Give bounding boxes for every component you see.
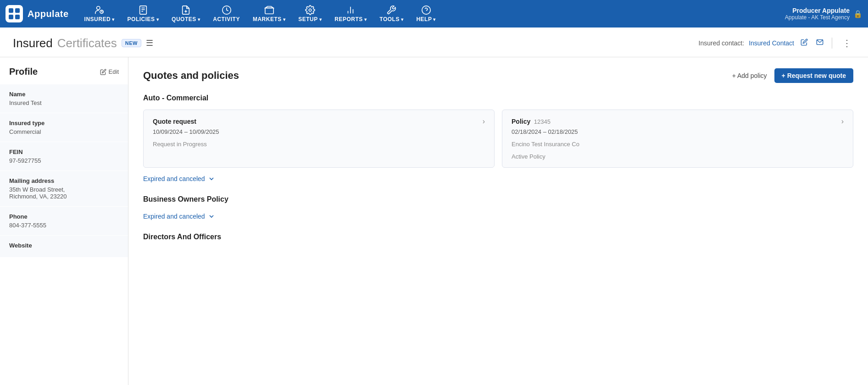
profile-field-website: Website xyxy=(0,236,128,257)
nav-item-markets[interactable]: MARKETS ▾ xyxy=(246,0,292,28)
svg-rect-2 xyxy=(9,15,13,19)
profile-sidebar: Profile Edit Name Insured Test Insured t… xyxy=(0,57,128,385)
quote-card-chevron-icon: › xyxy=(483,117,485,126)
nav-item-reports[interactable]: REPORTS ▾ xyxy=(328,0,373,28)
svg-point-14 xyxy=(309,9,312,11)
profile-field-name: Name Insured Test xyxy=(0,84,128,113)
nav-item-help[interactable]: HELP ▾ xyxy=(410,0,442,28)
lock-icon: 🔒 xyxy=(853,10,862,18)
new-badge: NEW xyxy=(122,39,141,47)
user-info: Producer Appulate Appulate - AK Test Age… xyxy=(785,7,850,21)
markets-chevron: ▾ xyxy=(283,17,286,22)
nav-item-policies[interactable]: POLICIES ▾ xyxy=(121,0,166,28)
help-chevron: ▾ xyxy=(433,17,436,22)
profile-field-phone: Phone 804-377-5555 xyxy=(0,207,128,235)
svg-rect-1 xyxy=(15,8,20,13)
edit-contact-icon-button[interactable] xyxy=(799,37,810,50)
svg-point-18 xyxy=(422,6,430,14)
main-layout: Profile Edit Name Insured Test Insured t… xyxy=(0,57,868,385)
cards-row-auto-commercial: Quote request › 10/09/2024 – 10/09/2025 … xyxy=(143,110,853,168)
svg-rect-3 xyxy=(15,15,20,19)
quote-request-card[interactable]: Quote request › 10/09/2024 – 10/09/2025 … xyxy=(143,110,495,168)
profile-field-fein: FEIN 97-5927755 xyxy=(0,142,128,170)
content-title: Quotes and policies xyxy=(143,70,239,82)
quotes-chevron: ▾ xyxy=(198,17,200,22)
insured-contact-label: Insured contact: xyxy=(699,39,745,47)
header-divider xyxy=(832,38,832,49)
policy-card-chevron-icon: › xyxy=(841,117,844,126)
logo-icon xyxy=(6,5,23,22)
expired-toggle-auto-commercial[interactable]: Expired and canceled xyxy=(143,173,215,184)
profile-field-insured-type: Insured type Commercial xyxy=(0,113,128,142)
add-policy-button[interactable]: + Add policy xyxy=(732,72,767,79)
expired-toggle-business-owners[interactable]: Expired and canceled xyxy=(143,211,215,222)
expired-row-business-owners: Expired and canceled xyxy=(143,211,853,222)
setup-chevron: ▾ xyxy=(319,17,322,22)
policy-section-auto-commercial: Auto - Commercial Quote request › 10/09/… xyxy=(143,94,853,184)
top-navigation: Appulate INSURED ▾ POLICIES ▾ xyxy=(0,0,868,28)
content-actions: + Add policy + Request new quote xyxy=(732,68,853,83)
nav-item-tools[interactable]: TOOLS ▾ xyxy=(373,0,410,28)
page-title-insured: Insured xyxy=(13,36,53,50)
tools-chevron: ▾ xyxy=(401,17,404,22)
email-contact-icon-button[interactable] xyxy=(814,37,825,50)
nav-item-quotes[interactable]: QUOTES ▾ xyxy=(165,0,206,28)
policy-card-12345[interactable]: Policy 12345 › 02/18/2024 – 02/18/2025 E… xyxy=(502,110,853,168)
app-name: Appulate xyxy=(28,9,69,19)
page-title-area: Insured Certificates NEW ☰ xyxy=(13,36,153,50)
insured-contact-link[interactable]: Insured Contact xyxy=(749,39,794,47)
page-header: Insured Certificates NEW ☰ Insured conta… xyxy=(0,28,868,57)
nav-item-insured[interactable]: INSURED ▾ xyxy=(78,0,121,28)
svg-rect-13 xyxy=(265,8,273,14)
svg-rect-0 xyxy=(9,8,13,13)
app-logo[interactable]: Appulate xyxy=(6,5,69,22)
request-new-quote-button[interactable]: + Request new quote xyxy=(774,68,853,83)
expired-row-auto-commercial: Expired and canceled xyxy=(143,173,853,184)
section-title-directors-officers: Directors And Officers xyxy=(143,233,853,241)
nav-items-list: INSURED ▾ POLICIES ▾ QUOTES ▾ xyxy=(78,0,785,28)
sidebar-header: Profile Edit xyxy=(0,66,128,84)
svg-rect-6 xyxy=(139,6,146,14)
profile-title: Profile xyxy=(9,66,38,77)
reports-chevron: ▾ xyxy=(364,17,367,22)
nav-item-setup[interactable]: SETUP ▾ xyxy=(292,0,328,28)
nav-item-activity[interactable]: ACTIVITY xyxy=(206,0,246,28)
content-header: Quotes and policies + Add policy + Reque… xyxy=(143,68,853,83)
page-title-certificates: Certificates xyxy=(57,36,117,50)
edit-profile-button[interactable]: Edit xyxy=(100,68,119,75)
policy-section-business-owners: Business Owners Policy Expired and cance… xyxy=(143,195,853,222)
policies-chevron: ▾ xyxy=(156,17,159,22)
section-title-business-owners: Business Owners Policy xyxy=(143,195,853,204)
svg-point-4 xyxy=(96,6,100,10)
more-options-button[interactable]: ⋮ xyxy=(839,36,855,50)
section-title-auto-commercial: Auto - Commercial xyxy=(143,94,853,102)
page-header-actions: Insured contact: Insured Contact ⋮ xyxy=(699,36,855,50)
hamburger-menu-icon[interactable]: ☰ xyxy=(146,38,153,48)
profile-field-mailing-address: Mailing address 35th W Broad Street,Rich… xyxy=(0,171,128,206)
policy-section-directors-officers: Directors And Officers xyxy=(143,233,853,241)
main-content: Quotes and policies + Add policy + Reque… xyxy=(128,57,868,385)
insured-chevron: ▾ xyxy=(112,17,115,22)
